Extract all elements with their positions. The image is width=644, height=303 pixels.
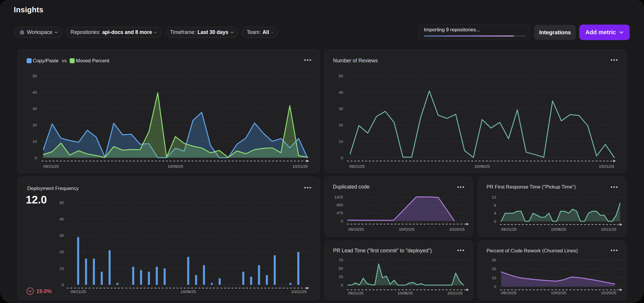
svg-text:Deployment Frequency: Deployment Frequency — [27, 186, 79, 191]
svg-text:0: 0 — [61, 283, 64, 287]
svg-text:30: 30 — [59, 233, 64, 238]
svg-text:0: 0 — [341, 283, 343, 287]
svg-text:10: 10 — [492, 276, 496, 280]
svg-text:10/21/25: 10/21/25 — [291, 290, 307, 294]
svg-text:30: 30 — [492, 258, 496, 262]
svg-text:8: 8 — [494, 203, 496, 208]
svg-text:50: 50 — [59, 201, 64, 205]
svg-text:10/21/25: 10/21/25 — [447, 291, 463, 295]
svg-text:09/21/25: 09/21/25 — [348, 291, 364, 295]
svg-text:10/20/25: 10/20/25 — [449, 227, 465, 232]
svg-text:4: 4 — [494, 211, 496, 215]
svg-text:0: 0 — [494, 219, 496, 224]
svg-text:950: 950 — [336, 203, 343, 207]
svg-text:10/06/25: 10/06/25 — [168, 164, 183, 169]
svg-text:12.0: 12.0 — [26, 194, 47, 206]
svg-text:Copy/Paste: Copy/Paste — [33, 58, 59, 64]
svg-text:10/06/25: 10/06/25 — [475, 164, 490, 169]
svg-text:20: 20 — [32, 123, 37, 127]
svg-text:40: 40 — [339, 90, 343, 95]
svg-text:PR First Response Time ("Picku: PR First Response Time ("Pickup Time") — [487, 184, 576, 190]
svg-text:50: 50 — [339, 74, 343, 78]
svg-text:19.0%: 19.0% — [36, 288, 52, 294]
svg-text:10/06/25: 10/06/25 — [181, 290, 196, 294]
svg-text:40: 40 — [59, 217, 64, 221]
svg-text:10: 10 — [32, 139, 37, 144]
svg-text:09/15/25: 09/15/25 — [348, 227, 364, 232]
svg-text:Moved Percent: Moved Percent — [76, 58, 109, 64]
svg-text:12: 12 — [492, 195, 496, 199]
svg-text:Duplicated code: Duplicated code — [333, 184, 370, 190]
svg-text:40: 40 — [32, 90, 37, 95]
svg-text:PR Lead Time ("first commit" t: PR Lead Time ("first commit" to "deploye… — [333, 248, 432, 254]
svg-text:75: 75 — [339, 258, 343, 262]
svg-text:09/21/25: 09/21/25 — [71, 290, 86, 294]
svg-text:30: 30 — [339, 107, 343, 111]
svg-text:vs: vs — [62, 58, 67, 64]
svg-text:25: 25 — [339, 275, 343, 279]
svg-text:20: 20 — [339, 123, 343, 127]
svg-text:10/06/25: 10/06/25 — [551, 227, 566, 232]
svg-text:10/21/25: 10/21/25 — [601, 227, 616, 232]
svg-text:09/15/25: 09/15/25 — [501, 291, 517, 295]
svg-text:10/21/25: 10/21/25 — [292, 164, 308, 169]
svg-text:1425: 1425 — [334, 195, 343, 199]
svg-text:0: 0 — [35, 156, 37, 160]
svg-text:Number of Reviews: Number of Reviews — [333, 58, 378, 64]
svg-text:0: 0 — [341, 156, 343, 160]
svg-text:30: 30 — [32, 107, 37, 111]
svg-text:10: 10 — [59, 266, 64, 271]
svg-text:50: 50 — [32, 74, 37, 78]
svg-text:20: 20 — [492, 267, 496, 271]
svg-text:475: 475 — [336, 211, 343, 215]
svg-text:10/02/25: 10/02/25 — [551, 291, 566, 295]
svg-text:10/21/25: 10/21/25 — [599, 164, 614, 169]
svg-text:0: 0 — [494, 285, 496, 289]
svg-text:09/21/25: 09/21/25 — [349, 164, 365, 169]
svg-text:50: 50 — [339, 266, 343, 271]
svg-text:09/21/25: 09/21/25 — [43, 164, 59, 169]
svg-text:09/21/25: 09/21/25 — [501, 227, 517, 232]
svg-text:10/20/25: 10/20/25 — [601, 291, 616, 295]
svg-text:Percent of Code Rework (Churne: Percent of Code Rework (Churned Lines) — [487, 248, 578, 254]
svg-text:10/02/25: 10/02/25 — [399, 227, 415, 232]
svg-text:10: 10 — [339, 139, 343, 144]
svg-text:0: 0 — [341, 219, 343, 223]
svg-text:20: 20 — [59, 250, 64, 254]
svg-text:10/06/25: 10/06/25 — [398, 291, 413, 295]
